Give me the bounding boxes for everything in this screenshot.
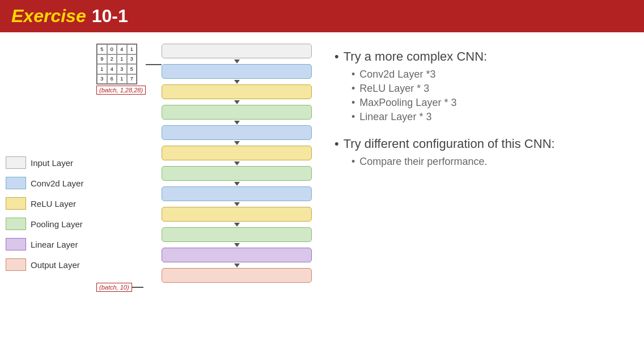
layer-block-pooling-3 (162, 105, 312, 120)
diagram-container: 5041921314353617 (batch, 1,28,28) (batch… (96, 41, 312, 330)
image-col: 5041921314353617 (batch, 1,28,28) (96, 44, 146, 98)
header-number-label: 10-1 (92, 6, 128, 27)
arrow-triangle (234, 182, 240, 186)
legend-label-pooling: Pooling Layer (31, 219, 83, 229)
bullet-sub-item: MaxPooling Layer * 3 (351, 97, 627, 109)
arrow-down-6 (162, 160, 312, 166)
arrow-triangle (234, 264, 240, 267)
layer-block-conv2d-1 (162, 64, 312, 79)
grid-cell: 6 (107, 74, 117, 84)
bullet-sub-item: Linear Layer * 3 (351, 111, 627, 123)
arrow-down-10 (162, 242, 312, 248)
layer-block-relu-2 (162, 84, 312, 99)
grid-cell: 3 (117, 64, 127, 74)
legend-item-relu: ReLU Layer (6, 197, 96, 210)
layer-block-input-0 (162, 44, 312, 58)
legend-item-pooling: Pooling Layer (6, 218, 96, 230)
bullet-section-2: Try different configuration of this CNN:… (334, 137, 627, 170)
legend-item-output: Output Layer (6, 258, 96, 271)
legend-item-conv2d: Conv2d Layer (6, 177, 96, 189)
arrow-down-7 (162, 181, 312, 186)
grid-cell: 4 (107, 64, 117, 74)
bullet-sub-item: ReLU Layer * 3 (351, 83, 627, 95)
grid-cell: 5 (127, 64, 137, 74)
arrow-down-4 (162, 120, 312, 125)
legend-label-output: Output Layer (31, 260, 80, 270)
layer-block-output-11 (162, 268, 312, 283)
grid-cell: 4 (117, 44, 127, 54)
main-content: Input LayerConv2d LayerReLU LayerPooling… (0, 32, 644, 338)
arrow-triangle (234, 141, 240, 145)
arrow-down-2 (162, 79, 312, 84)
arrow-triangle (234, 162, 240, 165)
bullet-subs-1: Conv2d Layer *3ReLU Layer * 3MaxPooling … (334, 69, 627, 123)
legend-box-relu (6, 197, 26, 210)
grid-cell: 0 (107, 44, 117, 54)
legend-box-input (6, 156, 26, 169)
arrow-triangle (234, 80, 240, 84)
bullet-sub-item: Conv2d Layer *3 (351, 69, 627, 80)
layers-stack (162, 44, 312, 283)
legend-label-relu: ReLU Layer (31, 199, 76, 209)
arrow-down-11 (162, 262, 312, 268)
h-connector-top (146, 64, 162, 65)
legend-box-conv2d (6, 177, 26, 189)
legend-item-linear: Linear Layer (6, 238, 96, 250)
grid-cell: 3 (127, 54, 137, 65)
arrow-triangle (234, 100, 240, 104)
legend-box-output (6, 258, 26, 271)
layer-block-linear-10 (162, 248, 312, 262)
diagram-bottom: (batch, 10) (96, 283, 312, 292)
right-panel: Try a more complex CNN: Conv2d Layer *3R… (317, 38, 644, 333)
arrow-triangle (234, 60, 240, 63)
bullet-main-2: Try different configuration of this CNN: (334, 137, 627, 151)
layer-block-relu-5 (162, 146, 312, 160)
grid-cell: 2 (107, 54, 117, 65)
layer-block-conv2d-4 (162, 125, 312, 140)
arrow-down-5 (162, 140, 312, 146)
arrow-down-9 (162, 222, 312, 227)
layer-block-pooling-6 (162, 166, 312, 181)
legend-label-conv2d: Conv2d Layer (31, 178, 83, 188)
layer-block-pooling-9 (162, 227, 312, 242)
legend-box-linear (6, 238, 26, 250)
legend-label-input: Input Layer (31, 158, 73, 168)
arrow-triangle (234, 243, 240, 247)
batch-label-bottom: (batch, 10) (96, 283, 132, 292)
bullet-section-1: Try a more complex CNN: Conv2d Layer *3R… (334, 49, 627, 125)
layer-block-relu-8 (162, 207, 312, 222)
grid-cell: 1 (117, 54, 127, 65)
layer-block-conv2d-7 (162, 186, 312, 201)
arrow-triangle (234, 223, 240, 227)
legend-box-pooling (6, 218, 26, 230)
header: Exercise 10-1 (0, 0, 644, 32)
legend: Input LayerConv2d LayerReLU LayerPooling… (6, 97, 96, 330)
grid-cell: 3 (97, 74, 107, 84)
arrow-down-1 (162, 58, 312, 64)
grid-cell: 7 (127, 74, 137, 84)
h-connector-bottom (132, 287, 143, 288)
bullet-main-1: Try a more complex CNN: (334, 49, 627, 64)
left-panel: Input LayerConv2d LayerReLU LayerPooling… (0, 38, 317, 333)
arrow-down-8 (162, 201, 312, 207)
arrow-triangle (234, 202, 240, 206)
legend-item-input: Input Layer (6, 156, 96, 169)
input-image: 5041921314353617 (96, 44, 137, 84)
arrow-down-3 (162, 99, 312, 105)
diagram-top: 5041921314353617 (batch, 1,28,28) (96, 44, 312, 283)
bullet-sub-item: Compare their performance. (351, 156, 627, 168)
grid-cell: 9 (97, 54, 107, 65)
header-exercise-label: Exercise (11, 6, 86, 27)
grid-cell: 1 (97, 64, 107, 74)
legend-label-linear: Linear Layer (31, 240, 78, 249)
arrow-triangle (234, 121, 240, 125)
grid-cell: 1 (127, 44, 137, 54)
grid-cell: 1 (117, 74, 127, 84)
grid-cell: 5 (97, 44, 107, 54)
batch-label-top: (batch, 1,28,28) (96, 86, 146, 95)
bullet-subs-2: Compare their performance. (334, 156, 627, 168)
